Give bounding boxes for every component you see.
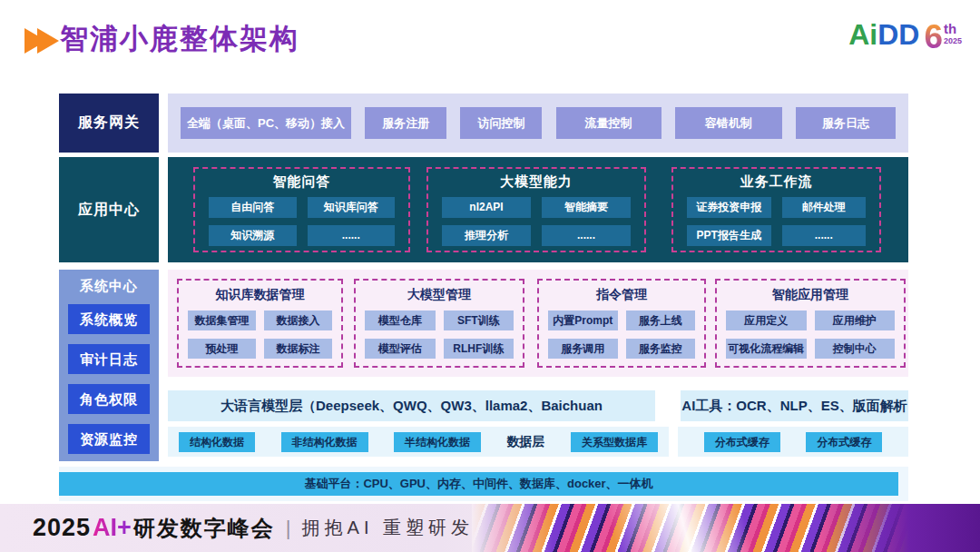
group-model-mgmt: 大模型管理 模型仓库 SFT训练 模型评估 RLHF训练 <box>354 279 524 368</box>
app-item: 邮件处理 <box>782 197 867 218</box>
group-title: 指令管理 <box>539 287 704 303</box>
app-center-box: 智能问答 自由问答 知识库问答 知识溯源 ...... 大模型能力 nl2API… <box>168 157 908 262</box>
sidebar-item-resources: 资源监控 <box>68 424 150 454</box>
footer-ai-plus: AI+ <box>93 514 132 542</box>
app-item: ...... <box>542 225 631 246</box>
logo-dd-text: DD <box>877 20 919 49</box>
group-title: 知识库数据管理 <box>179 287 341 303</box>
app-item: 知识库问答 <box>308 197 396 218</box>
ai-tools-box: AI工具：OCR、NLP、ES、版面解析 <box>681 390 908 421</box>
gateway-item-fault: 容错机制 <box>675 107 782 139</box>
mgmt-item: 控制中心 <box>815 339 896 359</box>
gateway-item-log: 服务日志 <box>796 107 896 139</box>
group-instruction-mgmt: 指令管理 内置Prompt 服务上线 服务调用 服务监控 <box>537 279 706 368</box>
gateway-item-register: 服务注册 <box>365 107 446 139</box>
data-item-unstructured: 非结构化数据 <box>281 432 368 452</box>
footer-slogan: 拥抱AI 重塑研发 <box>302 516 474 540</box>
group-smart-qa: 智能问答 自由问答 知识库问答 知识溯源 ...... <box>193 167 410 252</box>
data-item-semistructured: 半结构化数据 <box>394 432 481 452</box>
page-title: 智浦小鹿整体架构 <box>60 20 299 58</box>
mgmt-item: 服务监控 <box>626 339 696 359</box>
slide: 智浦小鹿整体架构 Ai DD 6 th 2025 服务网关 全端（桌面、PC、移… <box>0 0 980 552</box>
gateway-row: 全端（桌面、PC、移动）接入 服务注册 访问控制 流量控制 容错机制 服务日志 <box>168 94 908 153</box>
group-title: 大模型管理 <box>356 287 523 303</box>
logo-year-text: 2025 <box>944 37 962 45</box>
data-item-distributed-cache: 分布式缓存 <box>704 432 780 452</box>
logo-ai-text: Ai <box>848 20 877 49</box>
group-title: 智能应用管理 <box>717 287 904 303</box>
data-layer-right-strip: 分布式缓存 分布式缓存 <box>678 427 908 457</box>
mgmt-item: 服务上线 <box>626 310 696 330</box>
gateway-item-flowctl: 流量控制 <box>556 107 662 139</box>
mgmt-item: 模型仓库 <box>365 310 436 330</box>
data-item-structured: 结构化数据 <box>179 432 255 452</box>
sidebar-item-overview: 系统概览 <box>68 304 150 334</box>
gateway-item-accessctl: 访问控制 <box>460 107 542 139</box>
system-center-panel: 系统中心 系统概览 审计日志 角色权限 资源监控 <box>59 270 159 461</box>
gateway-item-access: 全端（桌面、PC、移动）接入 <box>181 107 351 139</box>
app-item: ...... <box>308 225 396 246</box>
group-kb-data-mgmt: 知识库数据管理 数据集管理 数据接入 预处理 数据标注 <box>177 279 343 368</box>
footer-year: 2025 <box>33 514 91 542</box>
logo-th-text: th <box>944 22 962 35</box>
mgmt-item: 数据标注 <box>264 339 332 359</box>
mgmt-item: SFT训练 <box>444 310 514 330</box>
group-title: 业务工作流 <box>673 173 879 191</box>
mgmt-item: 应用定义 <box>726 310 807 330</box>
footer-decorative-art <box>472 504 980 552</box>
mgmt-item: 应用维护 <box>815 310 896 330</box>
mgmt-item: 服务调用 <box>548 339 618 359</box>
app-item: PPT报告生成 <box>687 225 771 246</box>
platform-bar: 基础平台：CPU、GPU、内存、中间件、数据库、docker、一体机 <box>59 472 898 496</box>
footer-text: 2025 AI+ 研发数字峰会 | 拥抱AI 重塑研发 <box>33 504 474 552</box>
service-gateway-label: 服务网关 <box>59 94 159 153</box>
mgmt-item: 数据接入 <box>264 310 332 330</box>
mgmt-item: 预处理 <box>188 339 256 359</box>
group-title: 大模型能力 <box>428 173 644 191</box>
footer-separator: | <box>286 517 291 540</box>
group-title: 智能问答 <box>195 173 408 191</box>
app-center-label: 应用中心 <box>59 157 159 262</box>
app-item: 智能摘要 <box>542 197 631 218</box>
group-smart-app-mgmt: 智能应用管理 应用定义 应用维护 可视化流程编辑 控制中心 <box>715 279 906 368</box>
title-arrow-icon <box>24 28 61 54</box>
footer-event: 研发数字峰会 <box>133 514 275 543</box>
sidebar-item-auditlog: 审计日志 <box>68 344 150 374</box>
app-item: nl2API <box>442 197 531 218</box>
mgmt-item: 可视化流程编辑 <box>726 339 807 359</box>
app-item: 知识溯源 <box>209 225 297 246</box>
app-item: 自由问答 <box>209 197 297 218</box>
system-center-label: 系统中心 <box>68 278 150 295</box>
mgmt-item: 内置Prompt <box>548 310 618 330</box>
mgmt-item: 模型评估 <box>365 339 436 359</box>
group-llm-capability: 大模型能力 nl2API 智能摘要 推理分析 ...... <box>426 167 646 252</box>
aidd-logo: Ai DD 6 th 2025 <box>848 20 962 54</box>
mgmt-item: RLHF训练 <box>444 339 514 359</box>
group-business-workflow: 业务工作流 证券投资申报 邮件处理 PPT报告生成 ...... <box>671 167 881 252</box>
management-box: 知识库数据管理 数据集管理 数据接入 预处理 数据标注 大模型管理 模型仓库 S… <box>168 270 908 377</box>
data-layer-label: 数据层 <box>507 434 545 450</box>
sidebar-item-roles: 角色权限 <box>68 384 150 414</box>
mgmt-item: 数据集管理 <box>188 310 256 330</box>
data-item-relational-db: 关系型数据库 <box>571 432 658 452</box>
app-item: ...... <box>782 225 867 246</box>
data-layer-left-strip: 结构化数据 非结构化数据 半结构化数据 数据层 关系型数据库 <box>168 427 669 457</box>
app-item: 证券投资申报 <box>687 197 771 218</box>
data-item-distributed-cache: 分布式缓存 <box>806 432 882 452</box>
footer-banner: 2025 AI+ 研发数字峰会 | 拥抱AI 重塑研发 <box>0 504 980 552</box>
app-item: 推理分析 <box>442 225 531 246</box>
logo-six-text: 6 <box>924 20 943 54</box>
llm-layer-box: 大语言模型层（Deepseek、QWQ、QW3、llama2、Baichuan <box>168 390 655 421</box>
